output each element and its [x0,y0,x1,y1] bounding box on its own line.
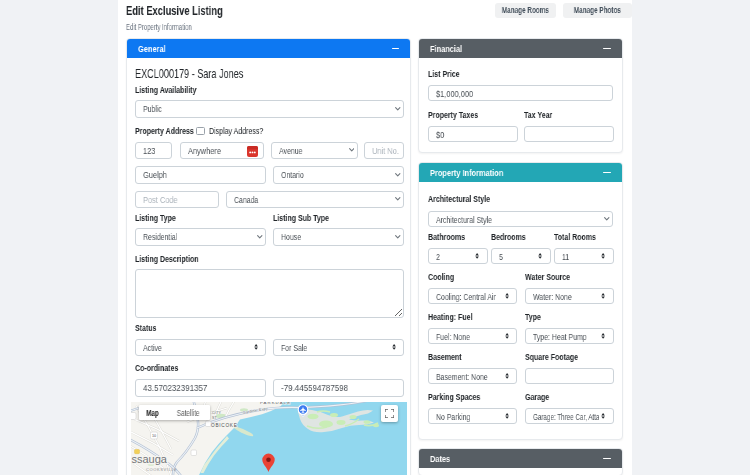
list-price-input[interactable]: $1,000,000 [428,85,613,101]
listing-sub-type-value: House [281,231,301,242]
street-number-value: 123 [143,145,155,156]
cooling-value: Cooling: Central Air [436,291,496,302]
map-label-neighbourhood: OBICOKE [211,422,238,427]
collapse-minus-icon[interactable] [603,168,611,177]
select-value-wrap: Ontario [281,167,389,183]
map-shield-text: 10 [151,434,155,438]
manage-photos-button[interactable]: Manage Photos [563,3,632,18]
sale-status-select[interactable]: For Sale [273,339,404,357]
status-select[interactable]: Active [135,339,267,357]
total-rooms-select[interactable]: 11 [554,248,614,264]
select-value-wrap: Garage: Three Car, Atta [533,409,599,423]
architectural-style-label-text: Architectural Style [428,194,490,204]
listing-description-textarea[interactable] [135,269,405,318]
map-button[interactable]: Map [139,408,167,418]
unit-number-input[interactable]: Unit No. [364,142,405,160]
bedrooms-select[interactable]: 5 [491,248,551,264]
basement-label: Basement [428,352,517,362]
display-address-label: Display Address? [209,126,279,136]
square-footage-group: Square Footage [525,352,614,384]
listing-availability-select[interactable]: Public [135,100,405,118]
heating-type-select[interactable]: Type: Heat Pump [525,328,614,344]
tax-year-group: Tax Year [524,110,614,142]
latitude-input[interactable]: 43.570232391357 [135,379,267,397]
basement-select[interactable]: Basement: None [428,368,517,384]
collapse-minus-icon[interactable] [603,44,611,53]
postal-code-input[interactable]: Post Code [135,191,220,209]
heating-fuel-value: Fuel: None [436,331,470,342]
property-information-card-title: Property Information [430,167,503,178]
map[interactable]: 10 OBICOKE PARKDALE CITY ST Gardiner Exp… [131,402,407,475]
bathrooms-select[interactable]: 2 [428,248,488,264]
financial-card-title: Financial [430,43,462,54]
satellite-button[interactable]: Satellite [167,408,210,418]
parking-spaces-label-text: Parking Spaces [428,392,480,402]
page-subtitle-text: Edit Property Information [126,22,192,32]
map-label-city: ssauga [131,452,167,464]
city-input[interactable]: Guelph [135,166,267,184]
manage-rooms-button[interactable]: Manage Rooms [495,3,556,18]
chevron-down-icon [395,107,401,111]
chevron-down-icon [349,148,355,152]
up-down-arrows-icon [254,344,258,350]
heating-fuel-group: Heating: Fuel Fuel: None [428,312,517,344]
listing-sub-type-select[interactable]: House [273,228,404,246]
country-select[interactable]: Canada [226,191,404,209]
display-address-checkbox[interactable] [196,127,205,136]
select-value-wrap: Water: None [533,289,599,303]
square-footage-input[interactable] [525,368,614,384]
basement-label-text: Basement [428,352,462,362]
map-button-label: Map [146,408,159,418]
water-source-label-text: Water Source [525,272,570,282]
parking-spaces-select[interactable]: No Parking [428,408,517,424]
map-label-small-bottom: ST [212,415,218,419]
architectural-style-select[interactable]: Architectural Style [428,211,613,227]
street-number-input[interactable]: 123 [135,142,172,160]
select-value-wrap: 2 [436,249,473,263]
country-value: Canada [234,194,258,205]
tax-year-input[interactable] [524,126,614,142]
garage-value: Garage: Three Car, Atta [533,411,599,422]
listing-type-label: Listing Type [135,213,267,223]
collapse-minus-icon[interactable] [603,454,611,463]
longitude-input[interactable]: -79.445594787598 [273,379,404,397]
water-source-label: Water Source [525,272,614,282]
list-price-value: $1,000,000 [436,88,473,99]
street-type-select[interactable]: Avenue [271,142,358,160]
street-name-input[interactable]: Anywhere [180,142,264,160]
select-value-wrap: 11 [562,249,599,263]
financial-card-header[interactable]: Financial [419,39,622,58]
up-down-arrows-icon [505,333,509,339]
chevron-down-icon [395,235,401,239]
listing-type-select[interactable]: Residential [135,228,267,246]
up-down-arrows-icon [505,413,509,419]
content-container: Edit Exclusive Listing Manage Rooms Mana… [118,0,632,475]
parking-spaces-label: Parking Spaces [428,392,517,402]
heating-fuel-select[interactable]: Fuel: None [428,328,517,344]
collapse-minus-icon[interactable] [392,44,400,53]
listing-description-label-text: Listing Description [135,254,199,264]
dates-card-header[interactable]: Dates [419,449,622,468]
satellite-button-label: Satellite [177,408,200,418]
cooling-select[interactable]: Cooling: Central Air [428,288,517,304]
fullscreen-button[interactable] [381,405,398,422]
water-source-select[interactable]: Water: None [525,288,614,304]
total-rooms-label: Total Rooms [554,232,614,242]
longitude-value: -79.445594787598 [281,382,348,393]
property-taxes-input[interactable]: $0 [428,126,518,142]
total-rooms-value: 11 [562,251,569,262]
bathrooms-group: Bathrooms 2 [428,232,488,264]
listing-type-group: Listing Type Residential [135,213,267,246]
chevron-down-icon [395,173,401,177]
province-select[interactable]: Ontario [273,166,404,184]
extension-icon[interactable] [247,146,258,157]
coordinates-label: Co-ordinates [135,363,405,373]
street-type-value: Avenue [279,145,302,156]
general-card-header[interactable]: General [127,39,410,58]
garage-select[interactable]: Garage: Three Car, Atta [525,408,614,424]
status-label: Status [135,323,405,333]
up-down-arrows-icon [601,413,605,419]
property-information-card-header[interactable]: Property Information [419,163,622,182]
select-value-wrap: Architectural Style [436,212,598,226]
select-value-wrap: Cooling: Central Air [436,289,502,303]
